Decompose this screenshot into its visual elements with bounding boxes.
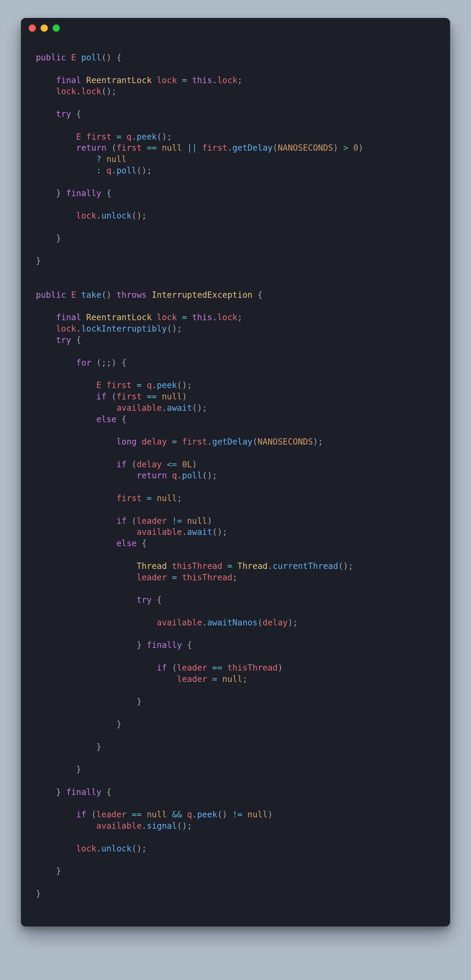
code-content: public E poll() { final ReentrantLock lo…	[36, 52, 435, 900]
maximize-icon[interactable]	[53, 24, 60, 32]
titlebar	[21, 18, 450, 34]
code-area: public E poll() { final ReentrantLock lo…	[21, 34, 450, 926]
minimize-icon[interactable]	[41, 24, 48, 32]
close-icon[interactable]	[29, 24, 36, 32]
code-editor-window: public E poll() { final ReentrantLock lo…	[21, 18, 450, 926]
